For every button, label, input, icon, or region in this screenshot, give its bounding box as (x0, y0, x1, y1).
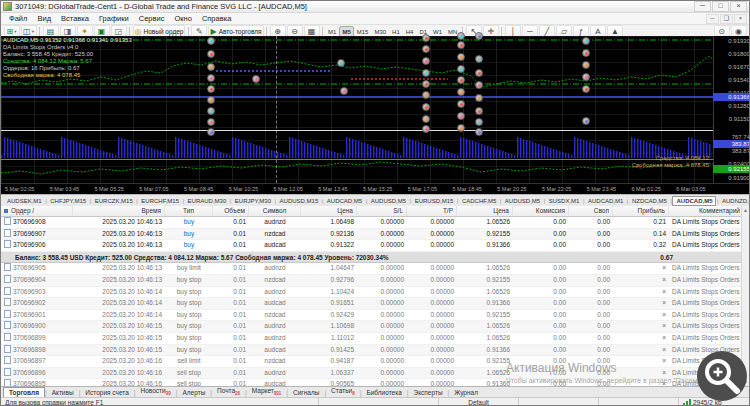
trade-marker-icon (475, 55, 483, 63)
terminal-tab-Новости[interactable]: Новости99 (136, 386, 176, 397)
chart-tab-AUDUSD[interactable]: AUDUSD,M5 (368, 197, 409, 205)
price-chart[interactable]: AUDCAD,M5 0.91352 0.91368 0.91341 0.9135… (1, 36, 750, 183)
price-axis-label: 0.91150 (729, 116, 750, 123)
column-header-8[interactable]: Цена (457, 206, 513, 216)
ea-status-line: Ордеров: 16 Прибыль: 0.67 (3, 65, 132, 72)
chart-tab-AUDSEK[interactable]: AUDSEK,M1 (4, 197, 45, 205)
menu-Вид[interactable]: Вид (32, 14, 56, 23)
close-button[interactable]: × (730, 1, 747, 12)
delete-order-icon[interactable]: × (662, 288, 666, 295)
chart-tab-AUDNZD[interactable]: AUDNZD,M5 (719, 197, 750, 205)
search-icon: ⊙ (718, 27, 725, 36)
trade-marker-icon (457, 88, 465, 96)
menu-Окно[interactable]: Окно (169, 14, 196, 23)
chart-tab-CADCHF[interactable]: CADCHF,M5 (459, 197, 499, 205)
menu-Графики[interactable]: Графики (94, 14, 134, 23)
delete-order-icon[interactable]: × (662, 311, 666, 318)
toolbar-separator (39, 27, 40, 36)
terminal-tab-Сигналы[interactable]: Сигналы (288, 388, 324, 397)
column-header-2[interactable]: Тип (165, 206, 213, 216)
chart-tab-AUDCAD[interactable]: AUDCAD,M5 (324, 197, 365, 205)
column-header-7[interactable]: T/P (407, 206, 457, 216)
chart-tab-EURCZK[interactable]: EURCZK,M15 (92, 197, 136, 205)
delete-order-icon[interactable]: × (662, 264, 666, 271)
profiles-icon: ◫ (23, 27, 31, 36)
order-row[interactable]: 3706969052025.03.20 10:46:13buy limit0.0… (1, 263, 750, 275)
child-restore-button[interactable]: ❑ (720, 14, 733, 24)
terminal-tab-Маркет[interactable]: Маркет991 (247, 386, 287, 397)
delete-order-icon[interactable]: × (662, 346, 666, 353)
delete-order-icon[interactable]: × (662, 357, 666, 364)
order-cell-6: 0.00000 (357, 287, 407, 298)
terminal-tab-Библиотека[interactable]: Библиотека (361, 388, 406, 397)
delete-order-icon[interactable]: × (662, 322, 666, 329)
column-header-5[interactable]: Цена (301, 206, 357, 216)
order-cell-8: 0.92155 (457, 356, 513, 367)
chart-tab-CHFJPY[interactable]: CHFJPY,M15 (47, 197, 89, 205)
fibonacci-tool-icon: ƒ (579, 27, 583, 36)
column-header-1[interactable]: Время (73, 206, 165, 216)
column-header-10[interactable]: Своп (569, 206, 613, 216)
order-row[interactable]: 3706969032025.03.20 10:46:14buy stop0.01… (1, 287, 750, 299)
terminal-tab-История счета[interactable]: История счета (80, 388, 134, 397)
delete-order-icon[interactable]: × (662, 369, 666, 376)
order-row[interactable]: 3706969022025.03.20 10:46:14buy stop0.01… (1, 298, 750, 310)
order-row[interactable]: 3706968972025.03.20 10:46:16sell limit0.… (1, 356, 750, 368)
order-cell-8: 1.06526 (457, 368, 513, 379)
order-row[interactable]: 3706969072025.03.20 10:46:13buy0.01nzdca… (1, 229, 750, 241)
terminal-tab-Алерты[interactable]: Алерты (177, 388, 210, 397)
trade-marker-icon (207, 128, 215, 136)
child-minimize-button[interactable]: ─ (706, 14, 719, 24)
chart-tab-AUDCAD[interactable]: AUDCAD,M5 (672, 196, 716, 206)
child-close-button[interactable]: × (734, 14, 747, 24)
terminal-tab-Статьи[interactable]: Статьи8 (326, 386, 360, 397)
chart-tab-AUDUSD[interactable]: AUDUSD,M5 (502, 197, 543, 205)
subwindow-separator[interactable] (1, 130, 750, 131)
chart-tab-AUDUSD[interactable]: AUDUSD,M15 (277, 197, 322, 205)
maximize-button[interactable]: □ (712, 1, 729, 12)
order-row[interactable]: 3706968962025.03.20 10:46:16sell stop0.0… (1, 368, 750, 380)
order-cell-10: 0.00 (569, 217, 613, 228)
column-header-11[interactable]: Прибыль (613, 206, 669, 216)
trade-marker-icon (422, 115, 430, 123)
menu-Справка[interactable]: Справка (197, 14, 236, 23)
chart-tab-AUDCAD[interactable]: AUDCAD,M1 (585, 197, 626, 205)
delete-order-icon[interactable]: × (662, 276, 666, 283)
column-header-6[interactable]: S/L (357, 206, 407, 216)
delete-order-icon[interactable]: × (662, 299, 666, 306)
column-header-3[interactable]: Объем (213, 206, 249, 216)
order-row[interactable]: 3706969082025.03.20 10:46:13buy0.01audnz… (1, 217, 750, 229)
column-header-4[interactable]: Символ (249, 206, 301, 216)
chart-tab-EURAUD[interactable]: EURAUD,M30 (185, 197, 230, 205)
order-row[interactable]: 3706969062025.03.20 10:46:13buy0.01audca… (1, 240, 750, 252)
order-row[interactable]: 3706968982025.03.20 10:46:15buy stop0.01… (1, 345, 750, 357)
chart-tab-EURUSD[interactable]: EURUSD,M15 (412, 197, 457, 205)
order-cell-4: audnzd (249, 217, 301, 228)
menu-Сервис[interactable]: Сервис (134, 14, 170, 23)
chart-tab-EURCHF[interactable]: EURCHF,M15 (138, 197, 182, 205)
terminal-tab-Торговля[interactable]: Торговля (3, 387, 45, 398)
terminal-tab-Активы[interactable]: Активы (47, 388, 79, 397)
menu-Файл[interactable]: Файл (4, 14, 32, 23)
order-row[interactable]: 3706969002025.03.20 10:46:15buy stop0.01… (1, 321, 750, 333)
terminal-tab-Журнал[interactable]: Журнал (449, 388, 483, 397)
column-header-12[interactable]: Комментарий (669, 206, 744, 216)
menu-Вставка[interactable]: Вставка (56, 14, 94, 23)
trade-marker-icon (582, 37, 590, 45)
column-header-9[interactable]: Комиссия (513, 206, 569, 216)
terminal-tab-Почта[interactable]: Почта26 (212, 386, 245, 397)
terminal-tab-Эксперты[interactable]: Эксперты (408, 388, 447, 397)
order-row[interactable]: 3706968992025.03.20 10:46:15buy stop0.01… (1, 333, 750, 345)
chart-tab-NZDCAD[interactable]: NZDCAD,M5 (629, 197, 670, 205)
order-row[interactable]: 3706969042025.03.20 10:46:13buy stop0.01… (1, 275, 750, 287)
order-cell-5: 1.04647 (301, 263, 357, 274)
chart-tab-SUSDX[interactable]: SUSDX,M1 (546, 197, 583, 205)
order-cell-9: 0.00 (513, 310, 569, 321)
delete-order-icon[interactable]: × (662, 334, 666, 341)
chart-tab-EURJPY[interactable]: EURJPY,M30 (232, 197, 274, 205)
status-profile[interactable]: Default (439, 398, 519, 406)
column-header-0[interactable]: Ордер / (1, 206, 73, 216)
order-row[interactable]: 3706969012025.03.20 10:46:14buy stop0.01… (1, 310, 750, 322)
price-axis-label: 0.91540 (728, 77, 750, 84)
minimize-button[interactable]: ─ (694, 1, 711, 12)
